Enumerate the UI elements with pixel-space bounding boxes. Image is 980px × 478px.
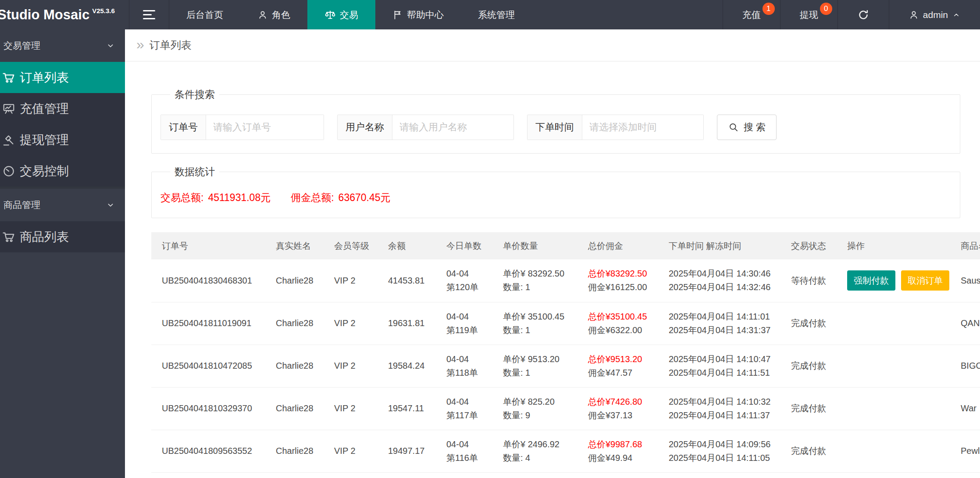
total-commission-amount: 佣金总额: 63670.45元 [291,191,390,205]
nav-item-system-admin[interactable]: 系统管理 [461,0,532,29]
cell-today-orders: 04-04 [436,472,492,478]
col-real-name: 真实姓名 [265,232,324,259]
cell-total-commission: 总价¥9513.20 佣金¥47.57 [577,345,658,387]
sidebar-item-product-list[interactable]: 商品列表 [0,221,125,252]
nav-item-label: 帮助中心 [407,9,444,21]
cell-vip-level: VIP 2 [324,430,378,472]
recharge-button[interactable]: 充值 1 [723,0,780,29]
cancel-order-button[interactable]: 取消订单 [901,270,949,291]
order-no-field-group: 订单号 [160,115,324,140]
sidebar-collapse-button[interactable] [129,0,169,29]
col-vip-level: 会员等级 [324,232,378,259]
sidebar-item-recharge-management[interactable]: 充值管理 [0,93,125,124]
stat-value: 63670.45元 [339,191,391,205]
cell-status: 等待付款 [780,259,837,302]
username-label: admin [923,10,948,20]
cell-total-commission: 总价¥16142.90 [577,472,658,478]
refresh-button[interactable] [837,0,889,29]
chart-board-icon [2,102,15,115]
cell-unfreeze-time: 2025年04月04日 14:11:51 [669,366,776,380]
stats-panel: 数据统计 交易总额: 4511931.08元 佣金总额: 63670.45元 [151,165,960,218]
cell-order-seq: 第118单 [446,366,488,380]
gavel-icon [2,133,15,147]
nav-menu: 后台首页 角色 交易 帮助中心 系统管理 [169,0,532,29]
sidebar-item-order-list[interactable]: 订单列表 [0,62,125,93]
sidebar-item-label: 充值管理 [20,101,69,117]
scales-icon [324,9,336,21]
order-time-input[interactable] [582,115,703,140]
sidebar-group-trade-management[interactable]: 交易管理 [0,29,125,62]
sidebar-item-label: 交易控制 [20,163,69,180]
cell-real-name: Charlie28 [265,302,324,345]
cell-real-name: Charlie28 [265,472,324,478]
cell-times: 2025年04月04日 14:10:32 2025年04月04日 14:11:3… [658,387,780,430]
sidebar-item-label: 商品列表 [20,229,69,245]
cell-unit-price: 单价¥ 825.20 [503,395,573,409]
cell-product: Saus [950,259,980,302]
cell-balance: 19631.81 [378,302,436,345]
sidebar-group-label: 商品管理 [4,199,40,211]
cell-status: 完成付款 [780,345,837,387]
main-content: » 订单列表 条件搜索 订单号 用户名称 下单时间 [125,29,980,478]
cell-balance: 19547.11 [378,387,436,430]
sidebar-group-product-management[interactable]: 商品管理 [0,189,125,221]
cell-unfreeze-time: 2025年04月04日 14:11:37 [669,409,776,422]
user-icon [257,10,268,20]
app-logo-text: Studio Mosaic [0,7,89,23]
cell-unit-price-qty: 单价¥ 35100.45 数量: 1 [492,302,577,345]
cell-total-commission: 总价¥35100.45 佣金¥6322.00 [577,302,658,345]
recharge-label: 充值 [742,10,761,20]
cell-product: Pewl [950,430,980,472]
breadcrumb-chevrons-icon: » [136,37,144,51]
nav-item-help-center[interactable]: 帮助中心 [375,0,461,29]
cell-unfreeze-time: 2025年04月04日 14:31:37 [669,323,776,337]
cell-today-orders: 04-04 第120单 [436,259,492,302]
cell-product: QAN [950,302,980,345]
cell-status: 完成付款 [780,387,837,430]
stats-panel-legend: 数据统计 [170,165,219,179]
cell-balance: 19416.46 [378,472,436,478]
col-actions: 操作 [837,232,950,259]
search-panel-legend: 条件搜索 [170,88,219,101]
user-name-input[interactable] [392,115,513,140]
cell-quantity: 数量: 1 [503,366,573,380]
col-balance: 余额 [378,232,436,259]
order-time-field-group: 下单时间 [527,115,704,140]
sidebar-item-trade-control[interactable]: 交易控制 [0,155,125,187]
cell-order-seq: 第119单 [446,323,488,337]
force-pay-button[interactable]: 强制付款 [847,270,895,291]
nav-item-roles[interactable]: 角色 [240,0,307,29]
sidebar-item-withdraw-management[interactable]: 提现管理 [0,124,125,155]
order-no-input[interactable] [206,115,324,140]
cell-balance: 19584.24 [378,345,436,387]
cell-unit-price-qty: 单价¥ 9513.20 数量: 1 [492,345,577,387]
order-table-body: UB2504041830468301 Charlie28 VIP 2 41453… [151,259,980,478]
cell-commission: 佣金¥37.13 [588,409,654,422]
search-panel: 条件搜索 订单号 用户名称 下单时间 搜 索 [151,88,960,154]
cell-product: WiFi [950,472,980,478]
cell-order-time: 2025年04月04日 14:10:47 [669,352,776,366]
withdraw-button[interactable]: 提现 0 [780,0,837,29]
cell-commission: 佣金¥6322.00 [588,323,654,337]
cell-day: 04-04 [446,267,488,280]
col-trade-status: 交易状态 [780,232,837,259]
cell-today-orders: 04-04 第119单 [436,302,492,345]
col-order-unfreeze-time: 下单时间 解冻时间 [658,232,780,259]
refresh-icon [857,9,870,21]
nav-item-trade[interactable]: 交易 [307,0,375,29]
table-row: UB2504041810329370 Charlie28 VIP 2 19547… [151,387,980,430]
cell-total-price: 总价¥9513.20 [588,352,654,366]
search-button[interactable]: 搜 索 [717,115,777,140]
row-actions [837,345,950,387]
table-row: UB2504041809362777 Charlie28 VIP 2 19416… [151,472,980,478]
app-logo: Studio Mosaic V25.3.6 [0,0,129,29]
withdraw-label: 提现 [800,10,818,20]
user-menu[interactable]: admin [889,0,980,29]
cell-commission: 佣金¥47.57 [588,366,654,380]
cell-day: 04-04 [446,395,488,409]
nav-item-dashboard[interactable]: 后台首页 [169,0,240,29]
stat-label: 佣金总额: [291,191,334,205]
cell-total-commission: 总价¥7426.80 佣金¥37.13 [577,387,658,430]
cell-unit-price: 单价¥ 35100.45 [503,310,573,323]
col-order-no: 订单号 [151,232,265,259]
